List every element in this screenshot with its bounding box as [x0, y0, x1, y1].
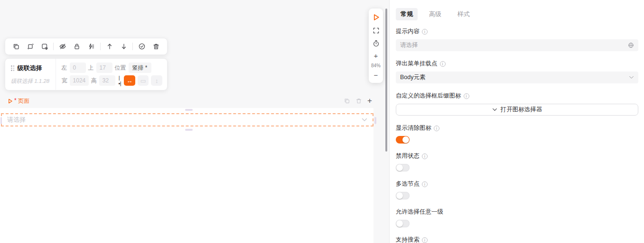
field-searchable: 支持搜索: [396, 236, 638, 243]
paste-button[interactable]: [23, 40, 37, 53]
align-center-icon: |▪|: [119, 75, 122, 86]
toolbar-divider: [100, 43, 101, 50]
copy-icon[interactable]: [344, 98, 350, 104]
canvas-area: 级联选择 级联选择 1.1.28 左 0 上 17 位置 竖排 * 宽 1024…: [0, 0, 389, 243]
left-label: 左: [62, 64, 67, 72]
history-button[interactable]: [373, 40, 380, 47]
cascader-component[interactable]: 请选择: [1, 113, 373, 126]
resize-handle-right[interactable]: [374, 117, 376, 124]
field-label: 多选节点: [396, 180, 420, 188]
info-icon[interactable]: [464, 93, 469, 99]
toolbar-divider: [132, 43, 133, 50]
info-icon[interactable]: [422, 29, 428, 35]
info-icon[interactable]: [434, 126, 439, 131]
fullscreen-button[interactable]: [373, 27, 380, 34]
duplicate-button[interactable]: [37, 40, 52, 53]
info-icon[interactable]: [422, 153, 428, 159]
quick-edit-button[interactable]: [84, 40, 98, 53]
zoom-out-button[interactable]: −: [374, 72, 378, 79]
inspector-panel: 常规 高级 样式 提示内容 请选择 弹出菜单挂载点: [389, 0, 644, 243]
canvas-scrollbar[interactable]: [385, 9, 387, 152]
component-version: 级联选择 1.1.28: [11, 78, 53, 85]
zoom-level: 84%: [371, 63, 381, 68]
fill-horizontal-button[interactable]: ↔: [124, 75, 135, 86]
width-input[interactable]: 1024: [70, 75, 89, 86]
arrow-up-icon: [106, 43, 113, 50]
zoom-in-button[interactable]: +: [374, 53, 378, 59]
left-input[interactable]: 0: [70, 63, 86, 73]
multi-select-toggle[interactable]: [396, 192, 410, 199]
clear-icon-toggle[interactable]: [396, 136, 410, 144]
chevron-down-icon: [492, 108, 497, 111]
page-breadcrumb[interactable]: * 页面: [8, 97, 29, 105]
trash-icon: [152, 43, 160, 50]
move-down-button[interactable]: [117, 40, 131, 53]
tab-general[interactable]: 常规: [396, 8, 418, 20]
height-input[interactable]: 32: [99, 75, 115, 86]
resize-handle-top[interactable]: [185, 109, 193, 111]
trash-icon[interactable]: [355, 98, 362, 104]
toolbar-divider: [53, 43, 54, 50]
globe-icon[interactable]: [628, 42, 634, 48]
field-placeholder-text: 提示内容 请选择: [396, 27, 638, 51]
eye-off-icon: [59, 43, 66, 50]
open-icon-picker-button[interactable]: 打开图标选择器: [396, 104, 638, 116]
tab-style[interactable]: 样式: [453, 8, 475, 20]
drag-handle-icon[interactable]: [11, 65, 15, 71]
play-icon: [372, 13, 380, 21]
placeholder-input[interactable]: 请选择: [396, 39, 638, 51]
copy-icon: [12, 43, 20, 50]
change-on-select-toggle[interactable]: [396, 220, 410, 227]
height-label: 高: [91, 77, 97, 85]
field-show-clear-icon: 显示清除图标: [396, 124, 638, 144]
field-label: 自定义的选择框后缀图标: [396, 92, 461, 100]
field-multi-select: 多选节点: [396, 180, 638, 199]
paste-icon: [27, 43, 34, 50]
hide-button[interactable]: [56, 40, 70, 53]
copy-button[interactable]: [9, 40, 23, 53]
info-icon[interactable]: [440, 61, 446, 67]
modified-star: *: [14, 97, 17, 104]
resize-handle-left[interactable]: [0, 117, 2, 124]
preview-button[interactable]: [372, 13, 380, 21]
field-label: 弹出菜单挂载点: [396, 60, 438, 68]
play-small-icon: [8, 99, 13, 104]
move-up-button[interactable]: [103, 40, 117, 53]
page-surface[interactable]: [0, 108, 373, 243]
page-actions: +: [344, 97, 372, 105]
field-disabled-state: 禁用状态: [396, 152, 638, 171]
duplicate-icon: [41, 43, 48, 50]
lowcode-editor: 级联选择 级联选择 1.1.28 左 0 上 17 位置 竖排 * 宽 1024…: [0, 0, 644, 243]
delete-button[interactable]: [149, 40, 163, 53]
validate-button[interactable]: [135, 40, 149, 53]
tab-advanced[interactable]: 高级: [424, 8, 446, 20]
info-icon[interactable]: [422, 237, 428, 243]
lock-button[interactable]: [70, 40, 84, 53]
chevron-down-icon: [629, 76, 634, 79]
resize-handle-bottom[interactable]: [185, 129, 193, 131]
component-info-panel: 级联选择 级联选择 1.1.28 左 0 上 17 位置 竖排 * 宽 1024…: [5, 58, 168, 90]
top-label: 上: [88, 64, 94, 72]
add-component-button[interactable]: +: [367, 97, 372, 105]
inspector-tabs: 常规 高级 样式: [396, 8, 638, 20]
page-label-text: 页面: [18, 97, 29, 105]
cascader-placeholder: 请选择: [7, 116, 26, 124]
component-toolbar: [5, 38, 168, 55]
field-suffix-icon: 自定义的选择框后缀图标 打开图标选择器: [396, 92, 638, 116]
stopwatch-icon: [373, 40, 380, 47]
field-label: 提示内容: [396, 27, 420, 36]
top-input[interactable]: 17: [96, 63, 112, 73]
width-label: 宽: [62, 77, 67, 85]
info-icon[interactable]: [422, 181, 428, 187]
component-title: 级联选择: [18, 64, 42, 72]
select-value: Body元素: [400, 73, 426, 81]
position-select[interactable]: 竖排 *: [129, 63, 151, 73]
button-label: 打开图标选择器: [501, 106, 542, 114]
position-label: 位置: [115, 64, 126, 72]
disabled-toggle[interactable]: [396, 164, 410, 171]
fixed-size-button[interactable]: ▭: [138, 75, 149, 86]
fill-vertical-button[interactable]: ↕: [151, 75, 162, 86]
input-value: 请选择: [400, 41, 418, 49]
popup-container-select[interactable]: Body元素: [396, 72, 638, 83]
lock-icon: [73, 43, 81, 50]
